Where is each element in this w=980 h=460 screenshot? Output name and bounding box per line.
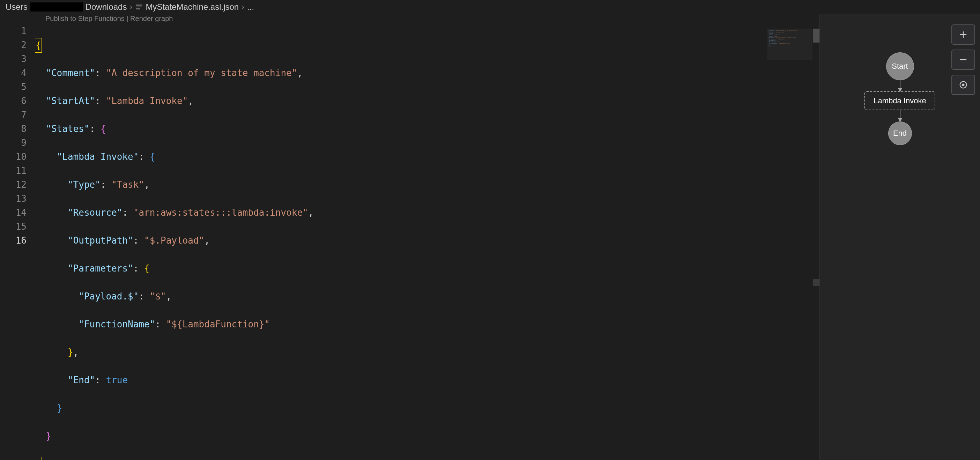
target-icon (958, 80, 968, 90)
line-number: 5 (0, 80, 27, 94)
graph-controls (951, 24, 975, 95)
chevron-right-icon: › (129, 2, 132, 12)
breadcrumb-segment-downloads[interactable]: Downloads (86, 2, 127, 12)
line-number: 2 (0, 38, 27, 52)
breadcrumb-segment-users[interactable]: Users (6, 2, 27, 12)
line-number: 15 (0, 220, 27, 234)
zoom-in-button[interactable] (951, 24, 975, 45)
code-editor[interactable]: 1 2 3 4 5 6 7 8 9 10 11 12 13 14 15 16 {… (0, 24, 819, 460)
breadcrumb-redacted (30, 2, 83, 11)
chevron-right-icon: › (242, 2, 244, 12)
breadcrumb-segment-more[interactable]: ... (247, 2, 254, 12)
state-machine-graph[interactable]: Start Lambda Invoke End (864, 53, 935, 460)
arrow-down-icon (900, 110, 900, 121)
line-number: 9 (0, 136, 27, 150)
codelens-separator: | (125, 15, 130, 22)
graph-node-start[interactable]: Start (886, 53, 914, 80)
minus-icon (958, 55, 968, 65)
vertical-scrollbar[interactable] (813, 29, 819, 460)
line-number: 3 (0, 52, 27, 66)
line-number: 14 (0, 205, 27, 220)
line-number-active: 16 (0, 234, 27, 247)
line-number: 10 (0, 150, 27, 164)
render-graph-link[interactable]: Render graph (130, 15, 173, 22)
line-number: 6 (0, 94, 27, 108)
publish-link[interactable]: Publish to Step Functions (45, 15, 125, 22)
line-number: 13 (0, 192, 27, 205)
file-json-icon (135, 3, 143, 11)
breadcrumb: Users Downloads › MyStateMachine.asl.jso… (0, 0, 980, 14)
graph-node-end[interactable]: End (888, 121, 912, 145)
line-number: 4 (0, 66, 27, 80)
breadcrumb-segment-file[interactable]: MyStateMachine.asl.json (146, 2, 239, 12)
line-number-gutter: 1 2 3 4 5 6 7 8 9 10 11 12 13 14 15 16 (0, 24, 35, 460)
arrow-down-icon (900, 80, 900, 91)
svg-point-1 (962, 84, 965, 86)
plus-icon (958, 30, 968, 40)
center-button[interactable] (951, 75, 975, 95)
editor-pane: Publish to Step Functions | Render graph… (0, 14, 819, 460)
scrollbar-marker (813, 279, 819, 286)
line-number: 8 (0, 122, 27, 136)
graph-pane: Start Lambda Invoke End (819, 14, 980, 460)
zoom-out-button[interactable] (951, 49, 975, 70)
line-number: 12 (0, 178, 27, 192)
graph-node-task[interactable]: Lambda Invoke (864, 91, 935, 110)
line-number: 7 (0, 108, 27, 122)
code-content[interactable]: { "Comment": "A description of my state … (35, 24, 819, 460)
line-number: 11 (0, 164, 27, 178)
minimap[interactable]: "Comment": "A description of my state ma… (767, 29, 813, 60)
codelens-bar: Publish to Step Functions | Render graph (0, 15, 819, 23)
scrollbar-thumb[interactable] (813, 29, 819, 43)
line-number: 1 (0, 24, 27, 38)
